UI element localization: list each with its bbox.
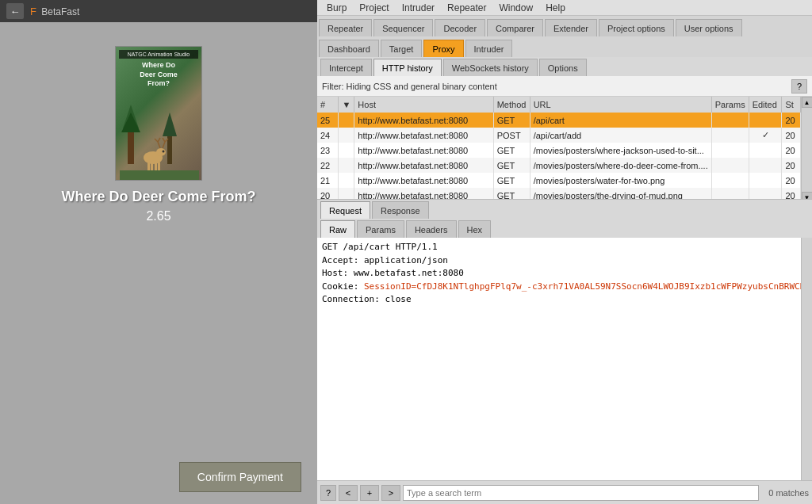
tab-params[interactable]: Params — [357, 220, 404, 238]
tab-target[interactable]: Target — [381, 40, 423, 57]
tab-comparer[interactable]: Comparer — [487, 19, 543, 36]
search-help-button[interactable]: ? — [320, 485, 336, 501]
cell-id: 22 — [317, 158, 339, 173]
menu-project[interactable]: Project — [353, 2, 395, 13]
cell-sort — [339, 143, 354, 158]
svg-point-6 — [156, 148, 166, 156]
search-input[interactable] — [403, 485, 759, 501]
cell-host: http://www.betafast.net:8080 — [354, 113, 493, 128]
tab-http-history[interactable]: HTTP history — [373, 59, 442, 76]
cell-id: 24 — [317, 128, 339, 143]
tab-options[interactable]: Options — [539, 59, 587, 76]
confirm-payment-button[interactable]: Confirm Payment — [179, 462, 301, 492]
tab-response[interactable]: Response — [372, 201, 429, 219]
movie-poster: NATGC Animation Studio Where Do Deer Com… — [115, 46, 202, 181]
cell-sort — [339, 113, 354, 128]
col-sort[interactable]: ▼ — [339, 97, 354, 113]
menu-window[interactable]: Window — [492, 2, 539, 13]
cell-url: /movies/posters/water-for-two.png — [530, 173, 711, 188]
tab-intruder[interactable]: Intruder — [465, 40, 513, 57]
col-url[interactable]: URL — [530, 97, 711, 113]
tab-headers[interactable]: Headers — [406, 220, 457, 238]
menu-repeater[interactable]: Repeater — [441, 2, 492, 13]
tab-sequencer[interactable]: Sequencer — [373, 19, 433, 36]
table-row[interactable]: 23 http://www.betafast.net:8080 GET /mov… — [317, 143, 801, 158]
cell-edited — [749, 143, 782, 158]
tab-project-options[interactable]: Project options — [599, 19, 674, 36]
cell-id: 23 — [317, 143, 339, 158]
svg-line-16 — [163, 138, 165, 142]
request-response-tabs: Request Response — [317, 200, 812, 219]
col-status[interactable]: St — [782, 97, 801, 113]
tab-repeater[interactable]: Repeater — [319, 19, 372, 36]
table-row[interactable]: 25 http://www.betafast.net:8080 GET /api… — [317, 113, 801, 128]
cell-method: GET — [493, 113, 530, 128]
cell-status: 20 — [782, 143, 801, 158]
cell-method: GET — [493, 158, 530, 173]
cell-edited — [749, 173, 782, 188]
cell-method: POST — [493, 128, 530, 143]
tab-request[interactable]: Request — [320, 201, 370, 219]
tab-extender[interactable]: Extender — [545, 19, 597, 36]
app-icon: F — [30, 6, 36, 17]
table-scrollbar[interactable]: ▲ ▼ — [801, 97, 812, 200]
col-number[interactable]: # — [317, 97, 339, 113]
cell-status: 20 — [782, 188, 801, 200]
col-host[interactable]: Host — [354, 97, 493, 113]
http-history-table: # ▼ Host Method URL Params Edited St 25 … — [317, 97, 801, 200]
cell-status: 20 — [782, 158, 801, 173]
filter-help-button[interactable]: ? — [791, 79, 807, 94]
col-params[interactable]: Params — [711, 97, 749, 113]
cell-sort — [339, 158, 354, 173]
menu-burp[interactable]: Burp — [320, 2, 353, 13]
table-row[interactable]: 20 http://www.betafast.net:8080 GET /mov… — [317, 188, 801, 200]
tab-row-1: Repeater Sequencer Decoder Comparer Exte… — [317, 16, 812, 36]
menu-intruder[interactable]: Intruder — [396, 2, 441, 13]
svg-line-11 — [158, 142, 160, 148]
tab-proxy[interactable]: Proxy — [423, 40, 463, 57]
cell-params — [711, 173, 749, 188]
tab-intercept[interactable]: Intercept — [320, 59, 372, 76]
cell-url: /api/cart — [530, 113, 711, 128]
menu-help[interactable]: Help — [539, 2, 572, 13]
cell-host: http://www.betafast.net:8080 — [354, 173, 493, 188]
poster-illustration — [120, 101, 199, 180]
request-content: GET /api/cart HTTP/1.1 Accept: applicati… — [317, 238, 812, 480]
left-panel: ← F BetaFast NATGC Animation Studio Wher… — [0, 0, 317, 504]
cell-id: 20 — [317, 188, 339, 200]
cell-params — [711, 188, 749, 200]
tab-raw[interactable]: Raw — [320, 220, 355, 238]
filter-text[interactable]: Filter: Hiding CSS and general binary co… — [322, 82, 791, 91]
cell-params — [711, 158, 749, 173]
table-row[interactable]: 21 http://www.betafast.net:8080 GET /mov… — [317, 173, 801, 188]
tab-decoder[interactable]: Decoder — [435, 19, 485, 36]
proxy-sub-tabs: Intercept HTTP history WebSockets histor… — [317, 57, 812, 76]
cell-method: GET — [493, 188, 530, 200]
col-edited[interactable]: Edited — [749, 97, 782, 113]
scroll-down-arrow[interactable]: ▼ — [802, 192, 813, 200]
cell-method: GET — [493, 143, 530, 158]
cell-sort — [339, 188, 354, 200]
tab-user-options[interactable]: User options — [676, 19, 742, 36]
detail-tabs: Raw Params Headers Hex — [317, 219, 812, 238]
tab-row-2: Dashboard Target Proxy Intruder — [317, 36, 812, 57]
cell-host: http://www.betafast.net:8080 — [354, 158, 493, 173]
menu-bar: Burp Project Intruder Repeater Window He… — [317, 0, 812, 16]
col-method[interactable]: Method — [493, 97, 530, 113]
tab-websockets-history[interactable]: WebSockets history — [443, 59, 538, 76]
next-match-button[interactable]: > — [381, 485, 400, 501]
request-scrollbar[interactable] — [801, 238, 812, 480]
add-button[interactable]: + — [360, 485, 379, 501]
prev-match-button[interactable]: < — [339, 485, 358, 501]
back-button[interactable]: ← — [6, 3, 24, 19]
svg-marker-4 — [163, 113, 177, 136]
tab-hex[interactable]: Hex — [458, 220, 492, 238]
search-bar: ? < + > 0 matches — [317, 480, 812, 504]
scroll-up-arrow[interactable]: ▲ — [802, 97, 813, 108]
table-row[interactable]: 24 http://www.betafast.net:8080 POST /ap… — [317, 128, 801, 143]
cell-status: 20 — [782, 128, 801, 143]
tab-dashboard[interactable]: Dashboard — [319, 40, 379, 57]
burp-panel: Burp Project Intruder Repeater Window He… — [317, 0, 812, 504]
request-text-area[interactable]: GET /api/cart HTTP/1.1 Accept: applicati… — [317, 238, 801, 480]
table-row[interactable]: 22 http://www.betafast.net:8080 GET /mov… — [317, 158, 801, 173]
